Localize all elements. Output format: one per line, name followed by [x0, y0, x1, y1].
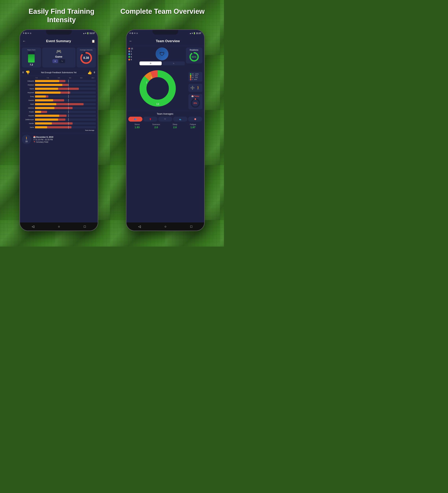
phone-notch-1 [46, 30, 72, 35]
bar-row-sams: Sams [22, 126, 96, 129]
gmail-icon: M [27, 32, 29, 34]
team-form-card: Team Form 7.2 [22, 47, 41, 67]
bar-row-fowler: Fowler [22, 110, 96, 113]
bar-row-hash: Hash [22, 102, 96, 106]
game-tab-wave[interactable]: ∿ [59, 59, 65, 63]
counter-red: 15 [128, 47, 138, 50]
nav-home-1[interactable]: ○ [58, 225, 60, 228]
event-date-text: December 8, 2019 [36, 136, 53, 138]
stress-label: Stress [134, 123, 140, 125]
team-form-label: Team Form [27, 49, 36, 51]
soreness-label: Soreness [152, 123, 160, 125]
today-calendar-icon: 📅 [191, 95, 194, 97]
scale-78: 7.8 [47, 77, 49, 79]
bar-name-hash: Hash [22, 103, 35, 105]
bar-name-stavis: Stavis [22, 88, 35, 90]
player-icon: 🚶 [24, 136, 29, 140]
event-time-text: 01:20 PM - 02:30 PM [35, 139, 53, 141]
bar-orange-duey [35, 95, 46, 98]
time-icon: ⏱ [33, 139, 35, 141]
bar-orange-fowler [35, 111, 41, 113]
bar-name-edwards: Edwards [22, 80, 35, 82]
game-icon: 🎮 [56, 49, 62, 54]
today-circle: 0% [190, 98, 200, 108]
back-button-2[interactable]: ← [129, 39, 132, 43]
nav-recents-2[interactable]: □ [190, 225, 192, 228]
scale-84: 8.4 [58, 77, 60, 79]
donut-chart: 13 1 1 [137, 68, 178, 109]
team-tab-stats[interactable]: ∿ [162, 61, 185, 65]
avg-tab-shoe[interactable]: 👟 [173, 117, 187, 122]
bar-orange-heaslet [35, 115, 59, 117]
counter-blue: 4 [128, 53, 138, 55]
bar-orange-zettlemoyer [35, 118, 58, 121]
avg-stat-stress: Stress 1.93 [134, 123, 140, 129]
donut-container: 13 1 1 [128, 68, 187, 109]
phone-1: ⚙ G M ◎ ▲ ▾ 🔋 11:17 ← Event Summary 📋 [20, 29, 98, 231]
google-icon: G [25, 32, 27, 34]
medical-card[interactable]: ➕ 🚶 [188, 84, 202, 92]
status-left-1: ⚙ G M ◎ [23, 32, 31, 34]
nav-recents-1[interactable]: □ [84, 225, 86, 228]
form-value: 7.2 [30, 63, 33, 66]
avg-intensity-label: Average Intensity [80, 49, 92, 51]
avg-tab-shield[interactable]: 🛡 [158, 117, 173, 122]
team-tab-overview[interactable]: ☮ [140, 61, 162, 65]
right-hero-title: Complete Team Overview [117, 7, 208, 24]
avg-tab-group[interactable]: 👥 [128, 117, 143, 122]
summary-menu-icon[interactable]: 📋 [91, 39, 95, 43]
bar-row-daniels: Daniels [22, 99, 96, 102]
soreness-value: 2.0 [154, 126, 158, 129]
legend-item-1: 85 - 100% [190, 73, 201, 75]
event-time: ⏱ 01:20 PM - 02:30 PM [33, 139, 53, 141]
time-display-1: 11:17 [89, 32, 95, 34]
nav-home-2[interactable]: ○ [165, 225, 167, 228]
team-counters: 15 1 4 6 4 [128, 47, 138, 61]
vpn-icon-2: ◎ [136, 32, 138, 34]
summary-cards-row: Team Form 7.2 🎮 Game ≡ ∿ [20, 46, 98, 69]
avg-tab-target[interactable]: 🎯 [188, 117, 202, 122]
counter-orange: 4 [128, 58, 138, 61]
bar-orange-mojzisek [35, 91, 61, 94]
donut-label-1b: 1 [151, 76, 152, 79]
avg-stat-sleep: Sleep 2.0 [173, 123, 177, 129]
date-icon: 📅 [33, 136, 36, 138]
readiness-circle: 91% [189, 52, 199, 62]
bar-name-howison: Howison [22, 84, 35, 86]
counter-gray-val: 1 [131, 50, 132, 52]
bar-track-hash [35, 103, 96, 105]
dot-red [128, 48, 130, 49]
phones-container: ⚙ G M ◎ ▲ ▾ 🔋 11:17 ← Event Summary 📋 [0, 29, 224, 246]
game-tabs: ≡ ∿ [52, 59, 65, 63]
back-button-1[interactable]: ← [22, 39, 26, 43]
nav-back-2[interactable]: ◁ [138, 224, 141, 228]
settings-icon: ⚙ [23, 32, 24, 34]
bar-row-harder: Harder [22, 122, 96, 125]
bar-track-fowler [35, 111, 96, 113]
player-bars: EdwardsHowisonStavisMojzisekDueyDanielsH… [22, 79, 96, 129]
game-tab-list[interactable]: ≡ [52, 59, 58, 63]
dot-orange [128, 59, 130, 61]
counter-green: 6 [128, 56, 138, 58]
sleep-label: Sleep [173, 123, 177, 125]
intensity-value: 8.38 [83, 56, 89, 60]
wifi-icon-2: ▾ [192, 32, 193, 34]
bar-orange-daniels [35, 99, 53, 101]
today-label: Today [194, 95, 199, 97]
thumbup-count: 0 [94, 71, 95, 74]
fatigue-value: 1.87 [190, 126, 196, 129]
avg-tab-glove[interactable]: 🥊 [143, 117, 157, 122]
dot-green [128, 56, 130, 58]
thumbdown-count: 0 [22, 71, 24, 74]
event-date: 📅 December 8, 2019 [33, 136, 53, 138]
counter-blue-val: 4 [131, 53, 132, 55]
person-icon: 🚶 [196, 86, 200, 90]
bar-row-stavis: Stavis [22, 87, 96, 90]
team-logo: 🛡 [156, 47, 168, 60]
legend-label-orange: 60 - 75% [192, 77, 198, 78]
nav-back-1[interactable]: ◁ [32, 224, 34, 228]
legend-item-2: 75 - 85% [190, 75, 201, 77]
phone-nav-1: ◁ ○ □ [20, 223, 98, 231]
readiness-label: Readiness [190, 49, 198, 51]
signal-icon-2: ▲ [189, 32, 191, 34]
